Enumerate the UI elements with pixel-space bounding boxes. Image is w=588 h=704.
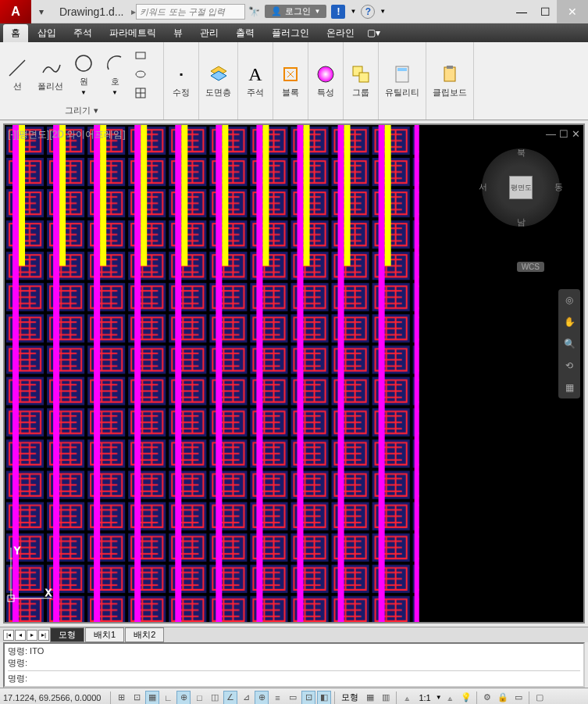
- compass-south[interactable]: 남: [517, 216, 526, 228]
- nav-orbit-icon[interactable]: ⟲: [561, 358, 577, 373]
- svg-rect-37: [379, 125, 385, 624]
- wcs-badge[interactable]: WCS: [517, 262, 544, 272]
- compass-west[interactable]: 서: [479, 181, 487, 193]
- tool-line[interactable]: 선: [3, 55, 31, 94]
- status-osnap[interactable]: □: [192, 691, 206, 705]
- tool-clipboard[interactable]: 클립보드: [429, 62, 470, 100]
- status-otrack[interactable]: ∠: [223, 691, 237, 705]
- nav-pan-icon[interactable]: ✋: [561, 314, 577, 330]
- status-scale[interactable]: 1:1: [415, 693, 433, 702]
- tab-layout1[interactable]: 배치1: [85, 627, 124, 642]
- color-wheel-icon: [315, 63, 337, 85]
- status-clean-screen[interactable]: ▢: [533, 691, 547, 705]
- status-grid2[interactable]: ▦: [363, 691, 377, 705]
- panel-modify: ▪수정: [164, 42, 199, 120]
- tool-arc[interactable]: 호 ▼: [101, 51, 129, 98]
- coordinates[interactable]: 17.1224, 69.2566, 0.0000: [3, 693, 107, 702]
- menu-output[interactable]: 출력: [228, 24, 262, 42]
- app-icon[interactable]: A: [0, 0, 31, 23]
- close-button[interactable]: ✕: [557, 0, 588, 23]
- tool-annotation[interactable]: A주석: [241, 62, 269, 100]
- info-dropdown[interactable]: ▼: [350, 8, 356, 15]
- panel-group: 그룹: [344, 42, 379, 120]
- viewport-close[interactable]: ✕: [572, 128, 580, 140]
- tool-utility[interactable]: 유틸리티: [382, 62, 422, 100]
- search-input[interactable]: [136, 4, 245, 20]
- minimize-button[interactable]: —: [510, 0, 533, 23]
- status-hardware[interactable]: ▭: [511, 691, 526, 705]
- status-dyn[interactable]: ⊕: [255, 691, 269, 705]
- status-lock-icon[interactable]: 🔒: [496, 691, 510, 705]
- svg-rect-27: [175, 125, 181, 624]
- compass-north[interactable]: 북: [517, 147, 526, 159]
- viewport-minimize[interactable]: —: [546, 128, 556, 140]
- tab-model[interactable]: 모형: [50, 627, 84, 642]
- help-button[interactable]: ?: [361, 5, 375, 19]
- rectangle-icon[interactable]: [132, 47, 149, 64]
- tool-modify[interactable]: ▪수정: [167, 62, 195, 100]
- menu-extra-icon[interactable]: ▢▾: [367, 27, 380, 38]
- login-button[interactable]: 👤 로그인 ▼: [265, 5, 326, 18]
- tool-layers[interactable]: 도면층: [202, 62, 234, 100]
- hatch-icon[interactable]: [132, 84, 149, 102]
- command-prompt[interactable]: 명령:: [8, 670, 580, 684]
- compass-east[interactable]: 동: [554, 181, 563, 193]
- svg-rect-36: [344, 125, 351, 266]
- tab-nav-next[interactable]: ▸: [27, 630, 37, 641]
- nav-zoom-icon[interactable]: 🔍: [561, 336, 577, 352]
- view-cube[interactable]: 평면도 북 남 서 동: [482, 148, 560, 227]
- nav-wheel-icon[interactable]: ◎: [561, 292, 577, 308]
- menu-parametric[interactable]: 파라메트릭: [102, 24, 164, 42]
- scale-dropdown[interactable]: ▼: [436, 694, 442, 701]
- menu-online[interactable]: 온라인: [319, 24, 362, 42]
- tab-nav-first[interactable]: |◂: [3, 630, 14, 641]
- status-bulb-icon[interactable]: 💡: [459, 691, 473, 705]
- command-window[interactable]: 명령: ITO 명령: 명령:: [3, 642, 585, 688]
- help-dropdown[interactable]: ▼: [380, 8, 386, 15]
- status-annoscale-icon[interactable]: ⟁: [400, 691, 414, 705]
- menu-annotate[interactable]: 주석: [66, 24, 100, 42]
- status-lwt[interactable]: ≡: [270, 691, 284, 705]
- panel-title-draw[interactable]: 그리기 ▾: [3, 103, 160, 116]
- status-3dosnap[interactable]: ◫: [208, 691, 222, 705]
- status-annovis[interactable]: ⟁: [444, 691, 458, 705]
- status-model-space[interactable]: 모형: [338, 691, 362, 703]
- status-ortho[interactable]: ∟: [161, 691, 175, 705]
- status-grid3[interactable]: ▥: [379, 691, 393, 705]
- tab-layout2[interactable]: 배치2: [125, 627, 164, 642]
- menu-insert[interactable]: 삽입: [30, 24, 64, 42]
- maximize-button[interactable]: ☐: [533, 0, 557, 23]
- drawing-canvas[interactable]: [-][평면도][2D 와이어프레임] — ☐ ✕: [3, 123, 585, 624]
- info-button[interactable]: !: [331, 5, 345, 19]
- viewport-label[interactable]: [-][평면도][2D 와이어프레임]: [8, 128, 126, 141]
- menu-view[interactable]: 뷰: [166, 24, 191, 42]
- command-history-1: 명령: ITO: [8, 645, 580, 657]
- status-qp[interactable]: ⊡: [301, 691, 315, 705]
- menu-manage[interactable]: 관리: [192, 24, 226, 42]
- nav-showmotion-icon[interactable]: ▦: [561, 380, 577, 395]
- status-workspace[interactable]: ⚙: [480, 691, 494, 705]
- status-infer[interactable]: ⊞: [114, 691, 128, 705]
- tool-properties[interactable]: 특성: [312, 62, 340, 100]
- qat-dropdown[interactable]: ▾: [34, 5, 48, 19]
- status-tpy[interactable]: ▭: [286, 691, 300, 705]
- status-polar[interactable]: ⊕: [176, 691, 191, 705]
- tool-group[interactable]: 그룹: [347, 62, 375, 100]
- tool-circle[interactable]: 원 ▼: [69, 51, 98, 98]
- svg-rect-15: [447, 66, 453, 69]
- spline-icon[interactable]: [132, 66, 149, 83]
- status-grid[interactable]: ▦: [145, 691, 159, 705]
- menu-plugin[interactable]: 플러그인: [264, 24, 317, 42]
- tool-polyline[interactable]: 폴리선: [34, 55, 66, 94]
- layers-icon: [208, 63, 230, 85]
- tab-nav-prev[interactable]: ◂: [15, 630, 26, 641]
- binoculars-icon[interactable]: 🔭: [248, 6, 260, 17]
- status-sc[interactable]: ◧: [317, 691, 331, 705]
- status-snap[interactable]: ⊡: [130, 691, 144, 705]
- compass-cube-top[interactable]: 평면도: [509, 176, 533, 199]
- viewport-maximize[interactable]: ☐: [559, 128, 568, 140]
- tab-nav-last[interactable]: ▸|: [38, 630, 49, 641]
- menu-home[interactable]: 홈: [3, 24, 28, 42]
- status-ducs[interactable]: ⊿: [239, 691, 253, 705]
- tool-block[interactable]: 블록: [276, 62, 305, 100]
